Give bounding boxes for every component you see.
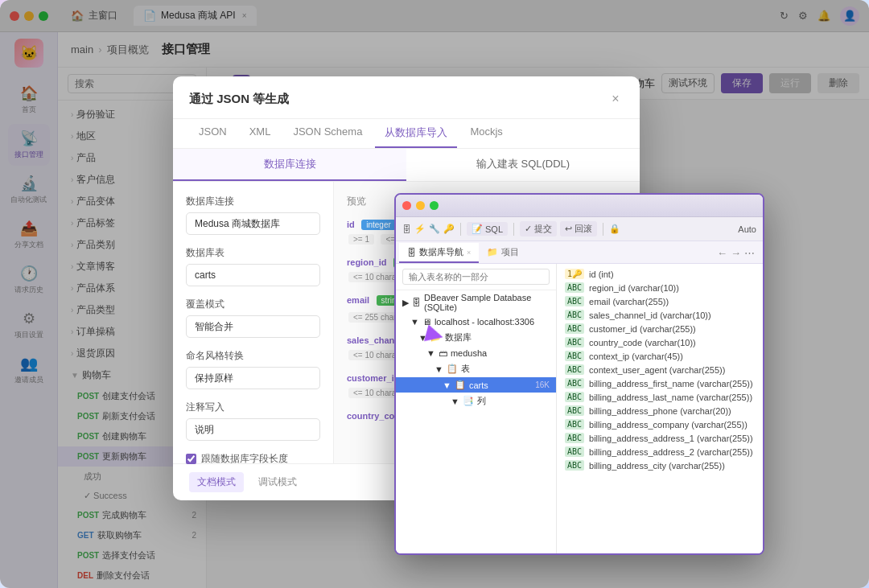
dbeaver-tab-close[interactable]: × [467,249,471,257]
dbeaver-maximize[interactable] [430,201,439,210]
col-billing-addr2[interactable]: ABC billing_address_address_2 (varchar(2… [557,445,763,458]
dbeaver-search [396,264,556,290]
naming-group: 命名风格转换 保持原样 [186,349,320,389]
col-context-agent[interactable]: ABC context_user_agent (varchar(255)) [557,363,763,376]
comment-group: 注释写入 说明 [186,401,320,441]
dbeaver-ctrl-3[interactable]: ⋯ [744,247,755,259]
col-name: billing_address_address_2 (varchar(255)) [589,447,753,457]
col-region-id[interactable]: ABC region_id (varchar(10)) [557,281,763,294]
modal-close-button[interactable]: × [607,91,624,107]
overwrite-group: 覆盖模式 智能合并 [186,298,320,338]
tree-item-medusha[interactable]: ▼ 🗃 medusha [396,346,556,360]
naming-label: 命名风格转换 [186,349,320,363]
col-billing-first[interactable]: ABC billing_address_first_name (varchar(… [557,376,763,390]
tree-label: 表 [461,363,470,375]
col-billing-city[interactable]: ABC billing_address_city (varchar(255)) [557,458,763,472]
db-table-group: 数据库表 carts [186,246,320,286]
db-table-select[interactable]: carts [186,264,320,286]
tree-label: DBeaver Sample Database (SQLite) [424,293,550,312]
abc-icon: ABC [565,337,584,347]
col-sales-channel[interactable]: ABC sales_channel_id (varchar(10)) [557,308,763,322]
col-billing-last[interactable]: ABC billing_address_last_name (varchar(2… [557,390,763,404]
abc-icon: ABC [565,296,584,306]
modal-tab-db[interactable]: 从数据库导入 [375,119,457,148]
col-name: country_code (varchar(10)) [589,338,696,347]
sub-tab-db-connect[interactable]: 数据库连接 [173,149,406,181]
field-name-email: email [347,295,369,305]
abc-icon: ABC [565,323,584,334]
footer-tab-doc[interactable]: 文档模式 [189,472,244,492]
db-connection-select[interactable]: Medusa 商城数据库 [186,212,320,235]
dbeaver-ctrl-1[interactable]: ← [717,247,727,259]
follow-length-checkbox[interactable] [186,454,196,464]
col-customer-id[interactable]: ABC customer_id (varchar(255)) [557,322,763,335]
tree-icon-col: 📑 [463,396,474,406]
modal-tab-json[interactable]: JSON [189,119,237,148]
col-context-ip[interactable]: ABC context_ip (varchar(45)) [557,349,763,363]
footer-tabs: 文档模式 调试模式 [189,472,305,492]
tree-item-sqlite[interactable]: ▶ 🗄 DBeaver Sample Database (SQLite) [396,290,556,315]
abc-icon: ABC [565,405,584,416]
separator [603,223,603,236]
modal-tab-xml-label: XML [249,125,271,138]
tree-icon-schema: 🗃 [439,348,447,358]
separator [460,223,461,236]
modal-tab-schema-label: JSON Schema [293,125,362,138]
tree-item-carts[interactable]: ▼ 📋 carts 16K [396,377,556,393]
comment-select[interactable]: 说明 [186,418,320,441]
dbeaver-rollback-btn[interactable]: ↩ 回滚 [560,221,597,236]
tree-item-columns[interactable]: ▼ 📑 列 [396,393,556,409]
abc-icon: ABC [565,419,584,430]
table-size: 16K [535,380,550,389]
modal-tab-json-label: JSON [199,125,227,138]
modal-tab-json-schema[interactable]: JSON Schema [283,119,372,148]
col-id[interactable]: 1🔑 id (int) [557,267,763,281]
dbeaver-toolbar-icon3: 🔧 [429,224,440,234]
modal-tabs: JSON XML JSON Schema 从数据库导入 Mockjs [173,119,640,149]
sql-label: SQL [485,224,503,234]
tree-item-database[interactable]: ▼ 📂 数据库 [396,329,556,346]
dbeaver-tab-nav[interactable]: 🗄 数据库导航 × [399,243,479,263]
abc-icon: ABC [565,378,584,389]
field-name-region-id: region_id [347,257,387,267]
col-name: billing_address_phone (varchar(20)) [589,406,731,416]
naming-select[interactable]: 保持原样 [186,367,320,389]
dbeaver-sql-btn[interactable]: 📝 SQL [467,222,508,236]
col-billing-company[interactable]: ABC billing_address_company (varchar(255… [557,417,763,431]
col-billing-phone[interactable]: ABC billing_address_phone (varchar(20)) [557,404,763,417]
footer-doc-label: 文档模式 [197,476,236,487]
col-name: context_user_agent (varchar(255)) [589,365,725,375]
tree-item-localhost[interactable]: ▼ 🖥 localhost - localhost:3306 [396,315,556,329]
col-email[interactable]: ABC email (varchar(255)) [557,294,763,308]
footer-tab-debug[interactable]: 调试模式 [250,472,305,492]
col-name: sales_channel_id (varchar(10)) [589,310,711,320]
overwrite-select[interactable]: 智能合并 [186,315,320,338]
dbeaver-auto-label: Auto [738,224,756,234]
sub-tab-sql[interactable]: 输入建表 SQL(DDL) [406,149,640,181]
checkbox-row: 跟随数据库字段长度 [186,452,320,466]
dbeaver-content: ▶ 🗄 DBeaver Sample Database (SQLite) ▼ 🖥… [396,264,763,553]
dbeaver-submit-btn[interactable]: ✓ 提交 [520,221,557,236]
dbeaver-minimize[interactable] [416,201,425,210]
col-name: email (varchar(255)) [589,297,669,306]
modal-tab-mockjs[interactable]: Mockjs [460,119,512,148]
dbeaver-ctrl-2[interactable]: → [731,247,741,259]
db-connection-group: 数据库连接 Medusa 商城数据库 [186,195,320,235]
abc-icon: ABC [565,446,584,457]
footer-debug-label: 调试模式 [258,476,297,487]
dbeaver-main: 1🔑 id (int) ABC region_id (varchar(10)) … [557,264,763,553]
tree-item-tables[interactable]: ▼ 📋 表 [396,360,556,377]
tree-label: 列 [477,395,486,407]
dbeaver-close[interactable] [402,201,411,210]
modal-tab-xml[interactable]: XML [240,119,281,148]
col-name: billing_address_last_name (varchar(255)) [589,393,752,402]
dbeaver-search-input[interactable] [402,269,550,285]
col-name: context_ip (varchar(45)) [589,352,683,361]
dbeaver-tab-project[interactable]: 📁 项目 [479,243,527,263]
abc-icon: ABC [565,351,584,361]
dbeaver-titlebar [396,195,763,217]
tree-icon: ▼ [426,348,435,358]
col-country-code[interactable]: ABC country_code (varchar(10)) [557,335,763,349]
col-billing-addr1[interactable]: ABC billing_address_address_1 (varchar(2… [557,431,763,445]
col-name: billing_address_city (varchar(255)) [589,461,725,471]
